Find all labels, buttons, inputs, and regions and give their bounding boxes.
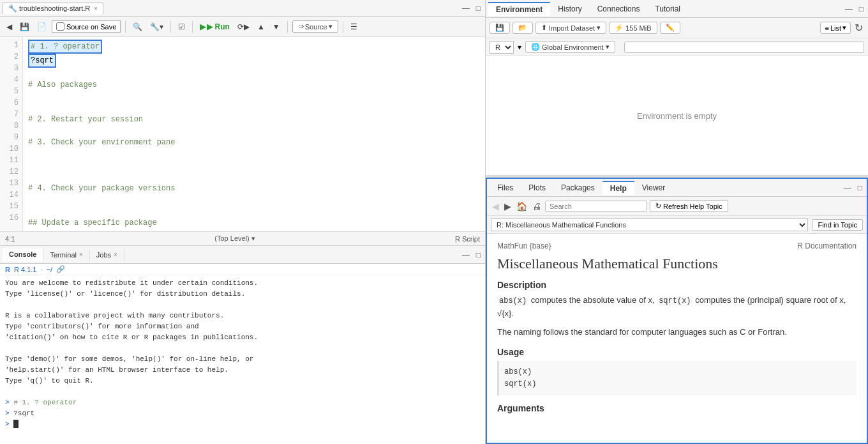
help-tab-help[interactable]: Help [602,181,634,195]
console-line-9: 'help.start()' for an HTML browser inter… [5,365,480,376]
import-dataset-btn[interactable]: ⬆ Import Dataset ▾ [535,22,606,34]
help-tab-plots[interactable]: Plots [521,181,553,194]
line-num-16: 16 [0,212,19,224]
line-num-11: 11 [0,155,19,166]
toplevel-dropdown-icon[interactable]: ▾ [251,234,255,242]
console-prompt-line-2: > ?sqrt [5,408,480,419]
editor-minimize-btn[interactable]: — [460,3,472,13]
line-num-8: 8 [0,120,19,132]
editor-maximize-btn[interactable]: □ [474,3,483,13]
r-version-text: R 4.1.1 [14,266,36,273]
console-tab-jobs[interactable]: Jobs × [90,249,124,261]
help-print-btn[interactable]: 🖨 [531,200,542,213]
help-minimize-btn[interactable]: — [842,183,853,193]
env-save-btn[interactable]: 💾 [490,22,510,34]
run-btn[interactable]: ▶ ▶ Run [197,21,232,33]
editor-tools-btn[interactable]: 🔧▾ [147,21,166,33]
console-content[interactable]: You are welcome to redistribute it under… [0,275,485,444]
prev-section-btn[interactable]: ▲ [255,21,267,33]
memory-icon: ⚡ [615,24,624,32]
line-num-12: 12 [0,166,19,178]
console-line-1: You are welcome to redistribute it under… [5,278,480,289]
console-code-2: ?sqrt [13,410,34,417]
memory-text: 155 MiB [625,24,651,32]
console-maximize-btn[interactable]: □ [474,250,483,260]
editor-save-btn[interactable]: 💾 [17,21,32,33]
global-env-dropdown: ▾ [606,43,610,51]
help-topic-select[interactable]: R: Miscellaneous Mathematical Functions [491,218,808,231]
console-minimize-btn[interactable]: — [460,250,472,260]
help-maximize-btn[interactable]: □ [856,183,864,193]
r-path-icon: 🔗 [56,265,65,273]
help-toolbar: ◀ ▶ 🏠 🖨 ↻ Refresh Help Topic [487,197,867,216]
find-topic-btn[interactable]: Find in Topic [812,219,863,231]
env-tab-connections[interactable]: Connections [590,3,648,15]
refresh-help-label: Refresh Help Topic [663,203,722,210]
console-tab-console[interactable]: Console [3,249,43,261]
right-panel: Environment History Connections Tutorial… [485,0,868,444]
console-tab-bar: Console Terminal × Jobs × — □ [0,246,485,264]
line-num-10: 10 [0,143,19,155]
env-search-input[interactable] [624,42,864,53]
line-num-7: 7 [0,109,19,120]
help-tab-files[interactable]: Files [490,181,521,194]
env-open-btn[interactable]: 📂 [513,22,533,34]
help-tab-packages[interactable]: Packages [553,181,602,194]
code-line-9: # 3. Check your environment pane [28,137,480,148]
editor-search-btn[interactable]: 🔍 [130,21,145,33]
help-meta: MathFun {base} R Documentation [497,241,857,250]
code-area[interactable]: # 1. ? operator ?sqrt # Also packages # … [23,37,485,231]
console-tab-terminal[interactable]: Terminal × [43,249,89,261]
env-tab-tutorial[interactable]: Tutorial [647,3,688,15]
editor-save2-btn[interactable]: 📄 [34,21,49,33]
code-line-7: # 2. Restart your session [28,114,480,125]
run-label: ▶ Run [207,22,230,31]
line-num-4: 4 [0,74,19,86]
r-version-select[interactable]: R [490,41,514,54]
env-tab-environment[interactable]: Environment [488,2,550,16]
line-num-13: 13 [0,178,19,189]
list-view-btn[interactable]: ≡ List ▾ [820,22,851,34]
abs-code: abs(x) [497,296,528,306]
r-version-bar: R R 4.1.1 · ~/ 🔗 [0,264,485,275]
help-home-btn[interactable]: 🏠 [515,200,528,213]
list-dropdown-icon: ▾ [842,24,846,32]
editor-check-btn[interactable]: ☑ [176,21,188,33]
env-empty-state: Environment is empty [486,56,868,175]
script-type: R Script [455,235,480,243]
editor-tab-file[interactable]: 🔧 troubleshooting-start.R × [3,3,103,14]
env-refresh-btn[interactable]: ↻ [853,20,864,35]
env-arrow-icon: ▾ [518,43,521,52]
source-btn[interactable]: ⇒ Source ▾ [292,20,338,33]
source-on-save-checkbox[interactable]: Source on Save [52,20,121,33]
console-prompt-line-1: > # 1. ? operator [5,397,480,408]
r-path-sep: · [40,266,42,273]
next-section-btn[interactable]: ▼ [270,21,283,33]
re-run-btn[interactable]: ⟳▶ [235,21,252,33]
console-line-7 [5,343,480,354]
help-args-title: Arguments [497,403,857,413]
toolbar-sep1 [125,21,126,33]
code-line-4: # Also packages [28,79,480,91]
env-maximize-btn[interactable]: □ [857,4,865,14]
env-minimize-btn[interactable]: — [843,4,855,14]
editor-tab-close[interactable]: × [94,5,98,12]
line-num-6: 6 [0,97,19,109]
jobs-close-icon[interactable]: × [114,251,117,258]
refresh-help-btn[interactable]: ↻ Refresh Help Topic [650,200,728,212]
help-search-input[interactable] [545,201,647,212]
help-tab-viewer[interactable]: Viewer [634,181,673,194]
help-forward-btn[interactable]: ▶ [503,200,513,213]
editor-menu-btn[interactable]: ☰ [348,21,360,33]
help-back-btn[interactable]: ◀ [491,200,500,213]
terminal-close-icon[interactable]: × [79,251,83,258]
edit-btn[interactable]: ✏️ [660,22,680,34]
console-prompt-1: > [5,399,10,406]
source-on-save-input[interactable] [56,22,64,31]
editor-back-btn[interactable]: ◀ [4,21,15,33]
cursor-position: 4:1 [5,235,15,243]
memory-btn[interactable]: ⚡ 155 MiB [609,22,657,34]
global-env-btn[interactable]: 🌐 Global Environment ▾ [525,41,615,53]
env-tab-history[interactable]: History [550,3,589,15]
help-content: MathFun {base} R Documentation Miscellan… [487,234,867,443]
